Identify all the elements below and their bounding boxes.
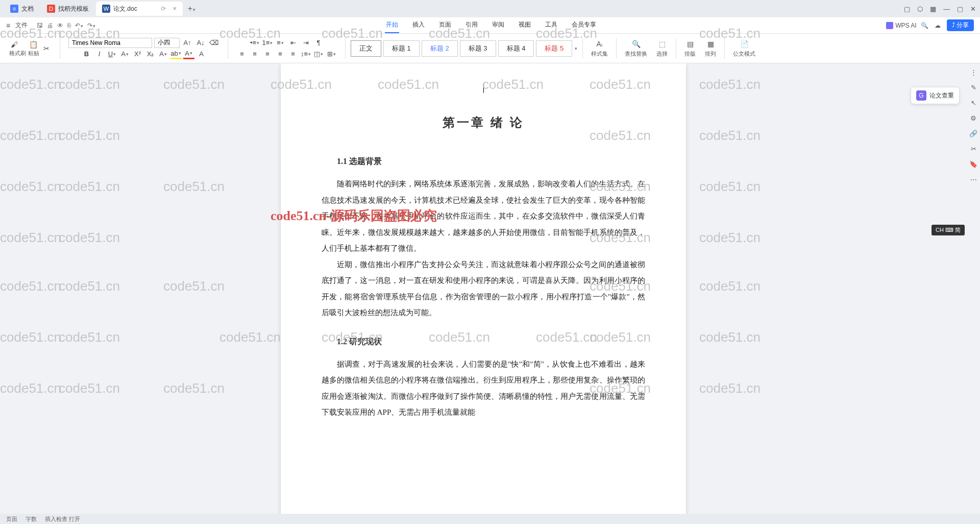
add-tab-button[interactable]: +▾ [184, 4, 200, 13]
close-icon[interactable]: × [173, 5, 177, 12]
save-icon[interactable]: 🖫 [37, 22, 43, 29]
document-page[interactable]: 第一章 绪 论 1.1 选题背景 随着网络时代的到来，网络系统体系逐渐完善，发展… [281, 63, 686, 514]
bullet-list-icon[interactable]: •≡▾ [249, 38, 260, 48]
rail-more-icon[interactable]: ⋯ [969, 175, 978, 184]
rail-bookmark-icon[interactable]: 🔖 [969, 159, 978, 169]
superscript-button[interactable]: X² [132, 49, 143, 59]
text-effect-button[interactable]: A▾ [158, 49, 169, 59]
styles-more-icon[interactable]: ▾ [575, 46, 577, 51]
align-left-icon[interactable]: ≡ [236, 49, 248, 59]
show-marks-icon[interactable]: ¶ [313, 38, 324, 48]
tab-view[interactable]: 视图 [518, 17, 532, 33]
find-replace-icon[interactable]: 🔍 [631, 39, 641, 49]
wps-ai-button[interactable]: WPS AI🔍 [886, 22, 928, 29]
paste-icon[interactable]: 📋 [28, 39, 38, 50]
doc-paragraph: 据调查，对于高速发展的社会来说，人们需要的是"快"和"简"，从饮食上也不难看出，… [322, 356, 645, 421]
increase-indent-icon[interactable]: ⇥ [300, 38, 311, 48]
tab-label: 文档 [21, 5, 34, 13]
tab-member[interactable]: 会员专享 [571, 17, 597, 33]
bold-button[interactable]: B [81, 49, 92, 59]
tab-review[interactable]: 审阅 [491, 17, 505, 33]
style-h5[interactable]: 标题 5 [536, 40, 572, 57]
format-painter-icon[interactable]: 🖌 [9, 39, 19, 50]
increase-font-icon[interactable]: A↑ [182, 38, 193, 48]
cloud-icon[interactable]: ☁ [935, 22, 941, 29]
italic-button[interactable]: I [94, 49, 105, 59]
font-color-button[interactable]: A▾ [183, 49, 194, 59]
rail-tools-icon[interactable]: ✂ [969, 144, 978, 153]
distribute-icon[interactable]: ≡ [287, 49, 299, 59]
doc-heading-1-2: 1.2 研究现状 [337, 337, 645, 347]
layout-icon[interactable]: ▤ [685, 39, 695, 49]
number-list-icon[interactable]: 1≡▾ [262, 38, 273, 48]
decrease-font-icon[interactable]: A↓ [195, 38, 206, 48]
paragraph-group: •≡▾ 1≡▾ ≡▾ ⇤ ⇥ ¶ ≡ ≡ ≡ ≡ ≡ ↕≡▾ ◫▾ ⊞▾ [233, 38, 340, 59]
multilevel-list-icon[interactable]: ≡▾ [275, 38, 286, 48]
font-size-select[interactable] [154, 38, 180, 48]
tab-tools[interactable]: 工具 [544, 17, 558, 33]
ai-icon [886, 22, 893, 29]
rail-collapse-icon[interactable]: ⋮ [969, 67, 978, 77]
doc-icon: ≡ [10, 5, 18, 13]
share-button[interactable]: ⤴ 分享 [947, 19, 974, 31]
close-window-icon[interactable]: ✕ [970, 5, 976, 13]
style-h2[interactable]: 标题 2 [422, 40, 458, 57]
menu-icon[interactable]: ≡ [6, 21, 10, 30]
tab-template[interactable]: D找稻壳模板 [41, 2, 95, 16]
strike-button[interactable]: A▾ [119, 49, 131, 59]
style-h1[interactable]: 标题 1 [383, 40, 420, 57]
undo-icon[interactable]: ↶▾ [75, 22, 83, 29]
plagiarism-check-button[interactable]: G 论文查重 [911, 87, 960, 104]
status-words: 字数 [26, 515, 37, 523]
apps-icon[interactable]: ▦ [930, 5, 936, 13]
redo-icon[interactable]: ↷▾ [87, 22, 95, 29]
doc-mode-icon[interactable]: 📄 [739, 39, 749, 49]
preview-icon[interactable]: 👁 [57, 22, 63, 29]
print-icon[interactable]: 🖨 [47, 22, 53, 29]
arrange-icon[interactable]: ▦ [705, 39, 716, 49]
decrease-indent-icon[interactable]: ⇤ [287, 38, 299, 48]
cube-icon[interactable]: ⬡ [917, 5, 923, 13]
align-right-icon[interactable]: ≡ [262, 49, 273, 59]
font-name-select[interactable] [68, 38, 152, 48]
rail-pen-icon[interactable]: ✎ [969, 83, 978, 92]
file-menu[interactable]: 文件 [15, 21, 28, 30]
subscript-button[interactable]: X₂ [145, 49, 156, 59]
style-h4[interactable]: 标题 4 [498, 40, 534, 57]
export-icon[interactable]: ⎘ [67, 22, 71, 29]
tab-docs[interactable]: ≡文档 [4, 2, 40, 16]
ribbon: 🖌格式刷 📋粘贴 ✂ A↑ A↓ ⌫ B I U▾ A▾ X² X₂ A▾ ab… [0, 34, 980, 63]
rail-link-icon[interactable]: 🔗 [969, 129, 978, 138]
highlight-button[interactable]: ab▾ [170, 49, 182, 59]
border-icon[interactable]: ⊞▾ [326, 49, 337, 59]
clear-format-icon[interactable]: ⌫ [208, 38, 219, 48]
rail-cursor-icon[interactable]: ↖ [969, 98, 978, 107]
sync-icon: ⟳ [161, 5, 166, 12]
underline-button[interactable]: U▾ [107, 49, 118, 59]
cut-icon[interactable]: ✂ [41, 43, 52, 54]
minimize-icon[interactable]: — [943, 5, 950, 13]
tab-page[interactable]: 页面 [438, 17, 452, 33]
window-icon[interactable]: ▢ [904, 5, 910, 13]
tab-reference[interactable]: 引用 [464, 17, 479, 33]
tab-document[interactable]: W论文.doc⟳× [96, 2, 183, 16]
tab-label: 找稻壳模板 [58, 5, 89, 13]
tab-insert[interactable]: 插入 [411, 17, 426, 33]
style-h3[interactable]: 标题 3 [460, 40, 496, 57]
align-justify-icon[interactable]: ≡ [275, 49, 286, 59]
font-group: A↑ A↓ ⌫ B I U▾ A▾ X² X₂ A▾ ab▾ A▾ A [65, 38, 223, 59]
maximize-icon[interactable]: ▢ [957, 5, 963, 13]
titlebar: ≡文档 D找稻壳模板 W论文.doc⟳× +▾ ▢ ⬡ ▦ — ▢ ✕ [0, 0, 980, 17]
shading-icon[interactable]: ◫▾ [313, 49, 324, 59]
tab-start[interactable]: 开始 [385, 17, 399, 33]
doc-heading-1-1: 1.1 选题背景 [337, 156, 645, 167]
char-border-button[interactable]: A [196, 49, 207, 59]
style-set-icon[interactable]: Aᵢ [595, 39, 605, 49]
align-center-icon[interactable]: ≡ [249, 49, 260, 59]
style-body[interactable]: 正文 [351, 40, 381, 57]
select-icon[interactable]: ⬚ [657, 39, 667, 49]
rail-settings-icon[interactable]: ⚙ [969, 113, 978, 123]
window-controls: ▢ ⬡ ▦ — ▢ ✕ [904, 5, 976, 13]
line-spacing-icon[interactable]: ↕≡▾ [300, 49, 311, 59]
ime-indicator: CH ⌨ 简 [932, 225, 965, 235]
